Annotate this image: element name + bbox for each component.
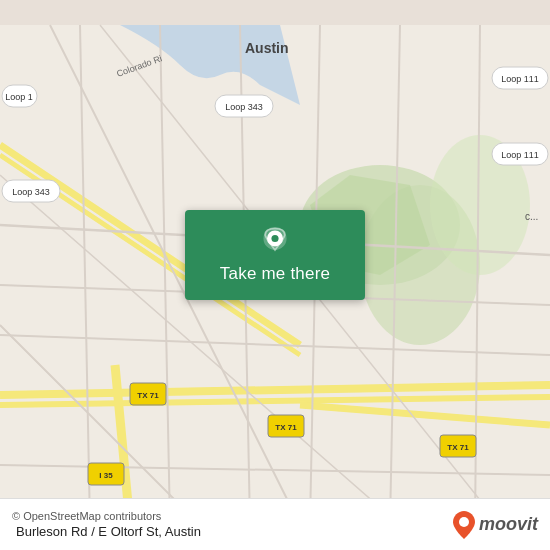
svg-text:c...: c... [525, 211, 538, 222]
take-me-there-label: Take me there [220, 264, 330, 284]
svg-text:Loop 343: Loop 343 [12, 187, 50, 197]
copyright-text: © OpenStreetMap contributors [12, 510, 453, 522]
svg-text:Loop 1: Loop 1 [5, 92, 33, 102]
svg-text:TX 71: TX 71 [137, 391, 159, 400]
svg-point-48 [271, 235, 278, 242]
svg-text:I 35: I 35 [99, 471, 113, 480]
svg-text:Loop 111: Loop 111 [501, 74, 539, 84]
take-me-there-button[interactable]: Take me there [185, 210, 365, 300]
svg-text:TX 71: TX 71 [275, 423, 297, 432]
moovit-logo: moovit [453, 511, 538, 539]
svg-text:TX 71: TX 71 [447, 443, 469, 452]
svg-text:Loop 343: Loop 343 [225, 102, 263, 112]
moovit-wordmark: moovit [479, 514, 538, 535]
svg-point-49 [459, 517, 469, 527]
bottom-bar: © OpenStreetMap contributors Burleson Rd… [0, 498, 550, 550]
svg-text:Loop 111: Loop 111 [501, 150, 539, 160]
moovit-pin-icon [453, 511, 475, 539]
map-container: Austin Colorado Ri Loop 343 Loop 343 Loo… [0, 0, 550, 550]
location-text: Burleson Rd / E Oltorf St, Austin [16, 524, 453, 539]
svg-text:Austin: Austin [245, 40, 289, 56]
location-pin-icon [259, 226, 291, 258]
